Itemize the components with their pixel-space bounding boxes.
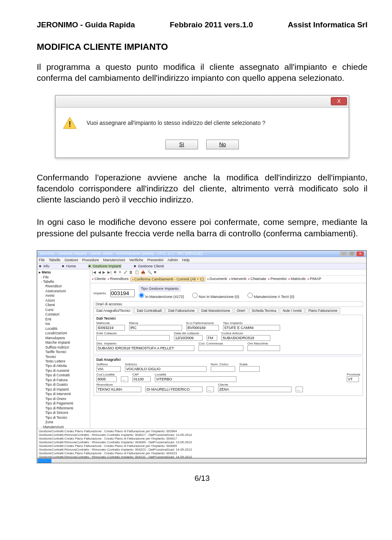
codicearticolo-field[interactable]	[221, 335, 270, 341]
tree-item[interactable]: Suffissi Indirizzi	[38, 345, 89, 350]
close-tab-icon[interactable]: ✖	[39, 264, 42, 268]
no-button[interactable]: No	[206, 140, 239, 149]
record-tab[interactable]: Interventi	[229, 277, 246, 282]
datacollaudo-field[interactable]	[174, 335, 203, 341]
close-icon[interactable]: X	[331, 97, 347, 105]
tree-item[interactable]: Localizzazioni	[38, 331, 89, 336]
tree-item[interactable]: Località	[38, 327, 89, 331]
tree-folder[interactable]: Tabelle	[38, 280, 89, 284]
fm-field[interactable]	[207, 335, 217, 341]
tree-folder[interactable]: Manutenzioni	[38, 425, 89, 429]
subtab[interactable]: Piano Fatturazione	[305, 308, 340, 313]
tree-item[interactable]: Tipo di Impianti	[38, 387, 89, 392]
close-tab-icon[interactable]: ✖	[62, 264, 65, 268]
lookup-cliente-button[interactable]	[296, 387, 303, 392]
lookup-localita-button[interactable]	[121, 376, 128, 382]
tree-item[interactable]: Rivenditori	[38, 284, 89, 289]
detail-subtabs[interactable]: Dati Anagrafici/TecniciDati Contrattuali…	[94, 308, 363, 313]
tree-item[interactable]: Tipo di Fattura	[38, 378, 89, 382]
tab-gestione-impianti[interactable]: ✖Gestione Impianti	[88, 264, 121, 268]
tree-item[interactable]: Marche Impianti	[38, 340, 89, 345]
desimpianto-field[interactable]	[96, 345, 194, 351]
tree-item[interactable]: Tipo di Attivita	[38, 364, 89, 368]
menu-manutenzioni[interactable]: Manutenzioni	[103, 258, 125, 262]
tree-item[interactable]: Tipo di Contratti	[38, 373, 89, 378]
lookup-rivenditore-button[interactable]	[207, 387, 214, 392]
tipo-gestione-radio[interactable]	[139, 293, 144, 298]
oremacchina-field[interactable]	[247, 345, 280, 351]
tree-item[interactable]: Tipo di Interventi	[38, 392, 89, 396]
record-tab[interactable]: Matricole	[288, 277, 306, 282]
record-tabs[interactable]: ClienteRivenditoreConferma Cambiamenti -…	[90, 276, 366, 283]
record-tab[interactable]: Documenti	[207, 277, 227, 282]
tree-item[interactable]: Tariffe Tecnici	[38, 350, 89, 354]
nrofabbricazione-field[interactable]	[186, 325, 219, 331]
subtab[interactable]: Dati Fatturazione	[165, 308, 198, 313]
marca-field[interactable]	[129, 325, 182, 331]
rivenditore2-field[interactable]	[145, 387, 203, 392]
record-tab[interactable]: Cliente	[92, 277, 106, 282]
tree-item[interactable]: Tipo di Pagamenti	[38, 401, 89, 406]
record-tab[interactable]: Chiamate	[248, 277, 266, 282]
localita-field[interactable]	[155, 376, 236, 382]
rivenditore-field[interactable]	[96, 387, 141, 392]
cap-field[interactable]	[132, 376, 151, 382]
tree-item[interactable]: Tipo di Riferimenti	[38, 406, 89, 411]
menu-admin[interactable]: Admin	[167, 258, 178, 262]
tree-item[interactable]: Tipo di Aumenti	[38, 369, 89, 373]
tipo-gestione-radio[interactable]	[192, 293, 198, 298]
suffisso-field[interactable]	[96, 366, 121, 372]
menu-gestioni[interactable]: Gestioni	[65, 258, 78, 262]
menu-help[interactable]: Help	[182, 258, 190, 262]
tree-item[interactable]: Avvisi	[38, 293, 89, 298]
subtab[interactable]: Oneri	[234, 308, 248, 313]
tree-item[interactable]: Tipo di Tecnici	[38, 416, 89, 420]
tab-gestione-clienti[interactable]: ✖Gestione Clienti	[134, 264, 164, 268]
matricola-field[interactable]	[96, 325, 125, 331]
numcivico-field[interactable]	[211, 366, 235, 372]
indirizzo-field[interactable]	[125, 366, 207, 372]
tree-item[interactable]: Azioni	[38, 298, 89, 303]
subtab[interactable]: Scheda Tecnica	[249, 308, 279, 313]
impianto-field[interactable]	[110, 289, 135, 297]
maximize-icon[interactable]: ▢	[348, 251, 356, 256]
codcommessa-field[interactable]	[198, 345, 243, 351]
tree-item[interactable]: Manodopera	[38, 336, 89, 340]
codlocalita-field[interactable]	[96, 376, 117, 382]
tree-item[interactable]: Assicurazioni	[38, 289, 89, 293]
tree-item[interactable]: Testo Lettere	[38, 359, 89, 364]
record-tab[interactable]: Preventivi	[268, 277, 287, 282]
cliente-field[interactable]	[218, 387, 292, 392]
minimize-icon[interactable]: –	[340, 251, 347, 256]
close-tab-icon[interactable]: ✖	[88, 264, 91, 268]
subtab[interactable]: Dati Anagrafici/Tecnici	[94, 308, 133, 313]
record-tab[interactable]: Rivenditore	[107, 277, 129, 282]
record-tab[interactable]: Conferma Cambiamenti - Commit (Alt + C)	[130, 277, 205, 282]
provincia-field[interactable]	[347, 376, 359, 382]
yes-button[interactable]: Sì	[165, 140, 198, 149]
subtab[interactable]: Dati Contrattuali	[134, 308, 165, 313]
subtab[interactable]: Note / Avvisi	[280, 308, 305, 313]
tree-folder[interactable]: File	[38, 275, 89, 280]
tree-item[interactable]: Clienti	[38, 303, 89, 307]
tree-item[interactable]: Contatori	[38, 312, 89, 317]
scala-field[interactable]	[239, 366, 260, 372]
close-tab-icon[interactable]: ✖	[134, 264, 136, 268]
tree-item[interactable]: Enti	[38, 317, 89, 322]
tipoimpianto-field[interactable]	[223, 325, 280, 331]
close-window-icon[interactable]: ✕	[356, 251, 364, 256]
menu-procedure[interactable]: Procedure	[82, 258, 99, 262]
record-nav-toolbar[interactable]: |◀ ◀ ▶ ▶| ✚ ✕ 🖉 🗑 📋 📤 🔍 ✖	[90, 269, 366, 276]
subtab[interactable]: Dati Manutenzione	[198, 308, 233, 313]
tree-item[interactable]: Tipo di Guasto	[38, 382, 89, 387]
entecollaudo-field[interactable]	[96, 335, 170, 341]
record-tab[interactable]: PIMAP	[307, 277, 321, 282]
tipo-gestione-radio[interactable]	[247, 293, 253, 298]
tab-home[interactable]: ✖Home	[62, 264, 76, 268]
tree-item[interactable]: Tecnici	[38, 355, 89, 359]
tree-item[interactable]: Iva	[38, 322, 89, 326]
nav-tree[interactable]: ▸ MenuFileTabelleRivenditoriAssicurazion…	[37, 269, 90, 429]
menu-verifiche[interactable]: Verifiche	[129, 258, 143, 262]
tree-item[interactable]: Zone	[38, 420, 89, 424]
menu-file[interactable]: File	[39, 258, 45, 262]
